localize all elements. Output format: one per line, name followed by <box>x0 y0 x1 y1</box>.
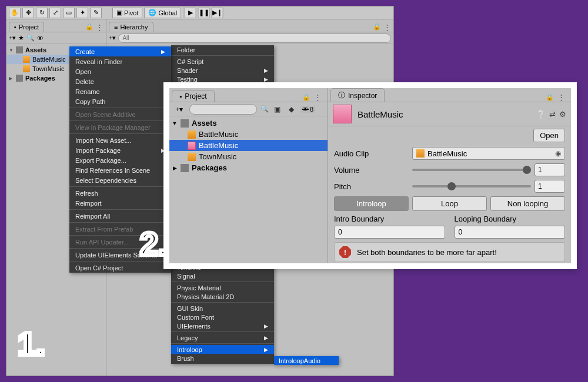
ctx-item-reimport[interactable]: Reimport <box>69 198 171 208</box>
ctx-item-open-c-project[interactable]: Open C# Project <box>69 263 171 273</box>
pivot-toggle[interactable]: ▣ Pivot <box>112 8 142 18</box>
ctx-item-create[interactable]: Create▶ <box>69 46 171 56</box>
ctx-item-delete[interactable]: Delete <box>69 76 171 86</box>
overlay-assets-row[interactable]: ▼Assets <box>169 118 328 129</box>
tab-menu-icon[interactable] <box>96 23 103 32</box>
overlay-battle-audio-row[interactable]: BattleMusic <box>169 129 328 140</box>
play-icon[interactable]: ▶ <box>185 8 196 18</box>
pitch-slider[interactable] <box>412 185 531 187</box>
overlay-project-tree: ▼Assets BattleMusic BattleMusic TownMusi… <box>169 116 328 173</box>
asset-thumbnail <box>333 105 352 123</box>
global-toggle[interactable]: 🌐 Global <box>144 8 181 18</box>
create-item-uielements[interactable]: UIElements▶ <box>171 321 274 330</box>
asset-title: BattleMusic <box>358 109 403 119</box>
custom-tool-icon[interactable]: ✎ <box>90 8 102 18</box>
volume-slider[interactable] <box>412 169 531 171</box>
ctx-item-import-new-asset-[interactable]: Import New Asset... <box>69 135 171 145</box>
overlay-town-row[interactable]: TownMusic <box>169 151 328 162</box>
introloop-submenu: IntroloopAudio <box>274 356 339 365</box>
ctx-item-copy-path[interactable]: Copy Path <box>69 96 171 106</box>
object-picker-icon[interactable]: ◉ <box>555 149 561 158</box>
audio-icon <box>416 149 425 158</box>
project-search-input[interactable] <box>189 104 257 115</box>
pause-icon[interactable]: ❚❚ <box>198 8 210 18</box>
scale-tool-icon[interactable]: ⤢ <box>49 8 61 18</box>
bg-project-tab[interactable]: ▪ Project <box>9 22 44 32</box>
audio-clip-field[interactable]: BattleMusic ◉ <box>412 147 565 160</box>
create-item-brush[interactable]: Brush <box>171 354 274 363</box>
step-2-label: 2. <box>140 224 168 263</box>
ctx-item-reimport-all[interactable]: Reimport All <box>69 211 171 221</box>
filter-type-icon[interactable]: ▣ <box>271 104 283 115</box>
add-asset-button[interactable]: +▾ <box>172 104 187 115</box>
ctx-item-view-in-package-manager: View in Package Manager <box>69 122 171 132</box>
ctx-item-import-package[interactable]: Import Package▶ <box>69 145 171 155</box>
bg-hierarchy-tab[interactable]: ≡ Hierarchy <box>109 22 153 32</box>
hand-tool-icon[interactable]: ✋ <box>9 8 21 18</box>
overlay-inspector-tab[interactable]: ⓘ Inspector <box>330 88 385 102</box>
create-item-folder[interactable]: Folder <box>171 45 274 54</box>
lock-icon[interactable] <box>302 93 310 102</box>
intro-boundary-input[interactable] <box>334 226 445 239</box>
create-item-shader[interactable]: Shader▶ <box>171 66 274 75</box>
add-icon[interactable]: +▾ <box>9 34 16 42</box>
ctx-item-export-package-[interactable]: Export Package... <box>69 155 171 165</box>
introloop-audio-item[interactable]: IntroloopAudio <box>274 356 339 365</box>
audio-clip-label: Audio Clip <box>334 149 407 158</box>
warning-icon: ! <box>339 246 351 258</box>
bg-main-toolbar: ✋ ✥ ↻ ⤢ ▭ ✦ ✎ ▣ Pivot 🌐 Global ⊞ ▶ ❚❚ ▶❙ <box>6 6 393 19</box>
hierarchy-search-input[interactable] <box>118 33 391 43</box>
intro-boundary-label: Intro Boundary <box>334 215 445 223</box>
volume-input[interactable] <box>534 163 565 176</box>
step-icon[interactable]: ▶❙ <box>212 8 223 18</box>
tab-menu-icon[interactable] <box>383 23 391 32</box>
transform-tool-icon[interactable]: ✦ <box>76 8 88 18</box>
tab-menu-icon[interactable] <box>557 93 565 102</box>
ctx-item-find-references-in-scene[interactable]: Find References In Scene <box>69 165 171 175</box>
filter-label-icon[interactable]: ◆ <box>285 104 297 115</box>
loop-boundary-input[interactable] <box>455 226 566 239</box>
overlay-project-tab[interactable]: ▪ Project <box>172 90 215 102</box>
overlay-packages-row[interactable]: ▶Packages <box>169 162 328 173</box>
pitch-input[interactable] <box>534 180 565 193</box>
open-button[interactable]: Open <box>533 129 565 142</box>
warning-box: ! Set both boundaries to be more far apa… <box>334 242 565 262</box>
mode-loop[interactable]: Loop <box>412 196 487 211</box>
preset-icon[interactable]: ⇄ <box>549 110 556 119</box>
overlay-battle-introloop-row[interactable]: BattleMusic <box>169 140 328 151</box>
create-item-gui-skin[interactable]: GUI Skin <box>171 304 274 313</box>
lock-icon[interactable] <box>373 23 381 32</box>
create-item-physics-material-2d[interactable]: Physics Material 2D <box>171 292 274 301</box>
create-item-introloop[interactable]: Introloop▶ <box>171 345 274 354</box>
hidden-icon[interactable]: 👁 <box>37 35 44 42</box>
overlay-panel: ▪ Project +▾ 🔍 ▣ ◆ 👁8 ▼Assets BattleMusi… <box>163 82 577 269</box>
create-item-signal[interactable]: Signal <box>171 272 274 280</box>
ctx-item-select-dependencies[interactable]: Select Dependencies <box>69 175 171 185</box>
add-icon[interactable]: +▾ <box>109 34 116 42</box>
hidden-count-badge[interactable]: 👁8 <box>300 106 315 113</box>
ctx-item-rename[interactable]: Rename <box>69 86 171 96</box>
ctx-item-open-scene-additive: Open Scene Additive <box>69 109 171 119</box>
create-item-legacy[interactable]: Legacy▶ <box>171 333 274 342</box>
lock-icon[interactable] <box>546 93 554 102</box>
filter-favorite-icon[interactable]: ★ <box>18 34 24 42</box>
lock-icon[interactable] <box>85 23 93 32</box>
volume-label: Volume <box>334 166 407 175</box>
ctx-item-open[interactable]: Open <box>69 66 171 76</box>
ctx-item-reveal-in-finder[interactable]: Reveal in Finder <box>69 56 171 66</box>
rotate-tool-icon[interactable]: ↻ <box>36 8 48 18</box>
search-icon[interactable]: 🔍 <box>26 34 35 42</box>
help-icon[interactable]: ❔ <box>536 110 546 119</box>
ctx-item-refresh[interactable]: Refresh <box>69 188 171 198</box>
create-item-physic-material[interactable]: Physic Material <box>171 283 274 292</box>
loop-boundary-label: Looping Boundary <box>455 215 566 223</box>
move-tool-icon[interactable]: ✥ <box>22 8 34 18</box>
tab-menu-icon[interactable] <box>314 93 322 102</box>
pitch-label: Pitch <box>334 182 407 191</box>
gear-icon[interactable]: ⚙ <box>559 110 566 119</box>
create-item-custom-font[interactable]: Custom Font <box>171 313 274 321</box>
mode-nonloop[interactable]: Non looping <box>490 196 565 211</box>
create-item-c-script[interactable]: C# Script <box>171 57 274 66</box>
mode-introloop[interactable]: Introloop <box>334 196 409 211</box>
rect-tool-icon[interactable]: ▭ <box>63 8 75 18</box>
